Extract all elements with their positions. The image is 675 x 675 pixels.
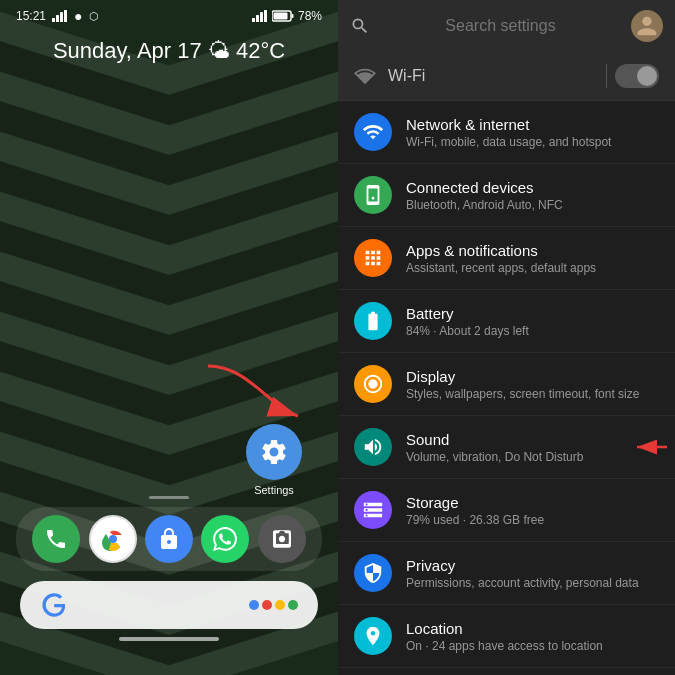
dock-whatsapp-icon[interactable] [201,515,249,563]
settings-app-icon[interactable]: Settings [246,424,302,496]
avatar-icon [633,12,661,40]
whatsapp-icon [213,527,237,551]
sound-icon-circle [354,428,392,466]
privacy-icon-circle [354,554,392,592]
location-title: Location [406,620,659,637]
dock-handle [16,496,322,499]
sound-subtitle: Volume, vibration, Do Not Disturb [406,450,659,464]
svg-rect-11 [273,13,287,20]
apps-title: Apps & notifications [406,242,659,259]
settings-item-battery[interactable]: Battery 84% · About 2 days left [338,290,675,353]
sound-red-arrow [627,432,675,462]
date-weather: Sunday, Apr 17 🌤 42°C [0,38,338,64]
svg-rect-3 [60,12,63,22]
svg-rect-4 [64,10,67,22]
dock-camera-icon[interactable] [258,515,306,563]
settings-app-label: Settings [254,484,294,496]
google-logo [40,591,68,619]
search-icon [350,16,370,36]
dock-lock-icon[interactable] [145,515,193,563]
network-subtitle: Wi-Fi, mobile, data usage, and hotspot [406,135,659,149]
right-panel: Wi-Fi Network & internet Wi-Fi, mobile, … [338,0,675,675]
wifi-left: Wi-Fi [354,65,425,87]
settings-list: Network & internet Wi-Fi, mobile, data u… [338,101,675,675]
google-assistant-dots [249,600,298,610]
nfc-icon: ⬡ [89,10,99,23]
settings-item-network[interactable]: Network & internet Wi-Fi, mobile, data u… [338,101,675,164]
devices-icon [362,184,384,206]
chrome-icon [101,527,125,551]
settings-icon-circle [246,424,302,480]
display-icon [362,373,384,395]
settings-item-storage[interactable]: Storage 79% used · 26.38 GB free [338,479,675,542]
time-display: 15:21 [16,9,46,23]
storage-text: Storage 79% used · 26.38 GB free [406,494,659,527]
wifi-toggle[interactable] [615,64,659,88]
apps-icon [362,247,384,269]
apps-icon-circle [354,239,392,277]
network-icon-circle [354,113,392,151]
location-subtitle: On · 24 apps have access to location [406,639,659,653]
apps-subtitle: Assistant, recent apps, default apps [406,261,659,275]
display-title: Display [406,368,659,385]
wifi-bar[interactable]: Wi-Fi [338,52,675,101]
user-avatar[interactable] [631,10,663,42]
location-icon-circle [354,617,392,655]
signal-icon [52,10,68,22]
svg-rect-8 [264,10,267,22]
home-indicator [119,637,219,641]
settings-search-header[interactable] [338,0,675,52]
status-bar-right: 78% [252,9,322,23]
devices-subtitle: Bluetooth, Android Auto, NFC [406,198,659,212]
wifi-divider [606,64,607,88]
mobile-signal-icon [252,10,268,22]
gear-icon [259,437,289,467]
left-panel: 15:21 ● ⬡ [0,0,338,675]
battery-title: Battery [406,305,659,322]
devices-text: Connected devices Bluetooth, Android Aut… [406,179,659,212]
settings-item-privacy[interactable]: Privacy Permissions, account activity, p… [338,542,675,605]
sound-text: Sound Volume, vibration, Do Not Disturb [406,431,659,464]
network-icon [362,121,384,143]
svg-rect-1 [52,18,55,22]
search-settings-input[interactable] [380,17,621,35]
privacy-text: Privacy Permissions, account activity, p… [406,557,659,590]
privacy-subtitle: Permissions, account activity, personal … [406,576,659,590]
google-search-bar[interactable] [20,581,318,629]
settings-item-location[interactable]: Location On · 24 apps have access to loc… [338,605,675,668]
battery-settings-icon [362,310,384,332]
dock-phone-icon[interactable] [32,515,80,563]
settings-item-display[interactable]: Display Styles, wallpapers, screen timeo… [338,353,675,416]
settings-item-apps[interactable]: Apps & notifications Assistant, recent a… [338,227,675,290]
apps-text: Apps & notifications Assistant, recent a… [406,242,659,275]
status-bar-left: 15:21 ● ⬡ [16,8,99,24]
display-text: Display Styles, wallpapers, screen timeo… [406,368,659,401]
wifi-disabled-icon [354,65,376,87]
wifi-label: Wi-Fi [388,67,425,85]
dock-icons [16,507,322,571]
location-text: Location On · 24 apps have access to loc… [406,620,659,653]
wifi-status-icon: ● [74,8,82,24]
privacy-icon [362,562,384,584]
svg-rect-5 [252,18,255,22]
devices-title: Connected devices [406,179,659,196]
battery-percent: 78% [298,9,322,23]
network-title: Network & internet [406,116,659,133]
dock-handle-bar [149,496,189,499]
network-text: Network & internet Wi-Fi, mobile, data u… [406,116,659,149]
privacy-title: Privacy [406,557,659,574]
svg-rect-6 [256,15,259,22]
toggle-knob [637,66,657,86]
display-subtitle: Styles, wallpapers, screen timeout, font… [406,387,659,401]
battery-text: Battery 84% · About 2 days left [406,305,659,338]
display-icon-circle [354,365,392,403]
phone-icon [44,527,68,551]
settings-item-sound[interactable]: Sound Volume, vibration, Do Not Disturb [338,416,675,479]
storage-title: Storage [406,494,659,511]
battery-subtitle: 84% · About 2 days left [406,324,659,338]
sound-icon [362,436,384,458]
location-icon [362,625,384,647]
settings-item-devices[interactable]: Connected devices Bluetooth, Android Aut… [338,164,675,227]
wifi-toggle-area [598,64,659,88]
dock-chrome-icon[interactable] [89,515,137,563]
